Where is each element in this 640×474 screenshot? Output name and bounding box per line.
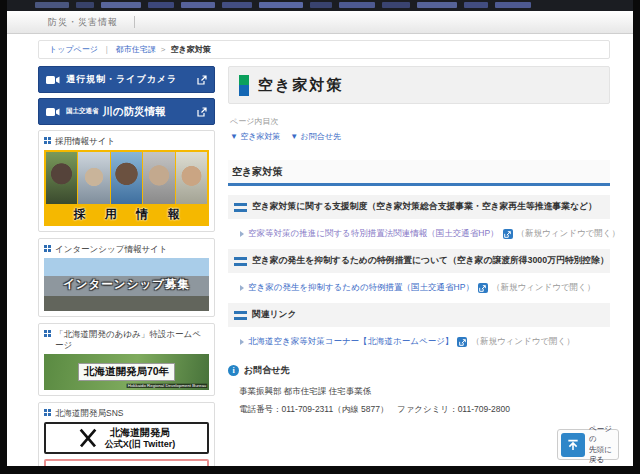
nav-fragment [259,2,303,8]
internship-banner-image[interactable]: インターンシップ募集 [44,258,209,311]
double-bar-icon [234,257,247,266]
subheading-deterrence-measures: 空き家の発生を抑制するための特例措置について（空き家の譲渡所得3000万円特別控… [228,249,610,273]
internship-banner-text: インターンシップ募集 [63,277,190,292]
breadcrumb: トップページ ｜ 都市住宅課 > 空き家対策 [38,40,610,59]
sidebar-button-prefix: 国土交通省 [66,107,99,116]
subheading-support-programs: 空き家対策に関する支援制度（空き家対策総合支援事業・空き家再生等推進事業など） [228,195,610,219]
nav-fragment [76,2,94,8]
nav-fragment [101,2,141,8]
sidebar-sns-title[interactable]: 北海道開発局SNS [44,408,209,419]
external-link-special-measures-law[interactable]: 空家等対策の推進に関する特別措置法関連情報（国土交通省HP） [248,228,499,240]
breadcrumb-separator: ｜ [103,44,111,55]
back-to-top-label: ページの 先頭に戻る [589,424,615,465]
recruit-banner-text: 採 用 情 報 [46,204,207,224]
sidebar-ayumi-title[interactable]: 「北海道開発のあゆみ」特設ホームページ [44,329,209,351]
external-link-hokkaido-corner[interactable]: 北海道空き家等対策コーナー【北海道ホームページ】 [248,336,453,348]
sidebar-internship-title[interactable]: インターンシップ情報サイト [44,244,209,255]
link-row-hokkaido-corner: 北海道空き家等対策コーナー【北海道ホームページ】 （新規ウィンドウで開く） [240,336,610,348]
sidebar-internship-title-label: インターンシップ情報サイト [55,244,168,255]
double-bar-icon [234,311,247,320]
recruit-photo [46,152,77,204]
grid-bullet-icon [44,409,51,416]
grid-bullet-icon [44,245,51,252]
sidebar-recruit-title[interactable]: 採用情報サイト [44,136,209,147]
subheading-label: 関連リンク [252,309,297,321]
section-header-akiya: 空き家対策 [228,160,610,186]
ayumi-banner-text: 北海道開発局70年 [78,363,175,381]
toc-link-akiya[interactable]: ▼ 空き家対策 [230,131,280,142]
external-link-deterrence-measures[interactable]: 空き家の発生を抑制するための特例措置（国土交通省HP） [248,282,474,294]
cropped-red-banner[interactable] [44,459,209,466]
toc-link-contact[interactable]: ▼ お問合せ先 [290,131,341,142]
external-link-icon [197,107,207,117]
sidebar-box-ayumi: 「北海道開発のあゆみ」特設ホームページ 北海道開発局70年 Hokkaido R… [38,323,215,396]
sidebar-button-river-disaster-info[interactable]: 国土交通省 川の防災情報 [38,98,215,125]
recruit-photo [78,152,109,204]
nav-fragment [181,2,215,8]
contact-heading: i お問合せ先 [228,364,610,377]
nav-fragment [148,2,174,8]
utility-bar-label[interactable]: 防災・災害情報 [48,16,118,29]
toc-label: ページ内目次 [230,116,610,127]
breadcrumb-current: 空き家対策 [170,44,210,55]
right-triangle-icon [240,285,244,291]
external-link-icon [478,283,488,293]
recruit-photo [111,152,142,204]
ayumi-banner-image[interactable]: 北海道開発局70年 Hokkaido Regional Development … [44,354,209,390]
nav-fragment [222,2,252,8]
contact-phone-fax: 電話番号：011-709-2311（内線 5877） ファクシミリ：011-70… [239,404,610,416]
new-window-note: （新規ウィンドウで開く） [492,282,595,294]
main-content: 空き家対策 ページ内目次 ▼ 空き家対策 ▼ お問合せ先 空き家対策 空き家対策… [228,66,610,416]
recruit-banner-image[interactable]: 採 用 情 報 [44,150,209,226]
x-banner-text: 北海道開発局 公式X(旧 Twitter) [105,427,175,449]
page-title: 空き家対策 [258,76,343,95]
link-row-deterrence-measures: 空き家の発生を抑制するための特例措置（国土交通省HP） （新規ウィンドウで開く） [240,282,610,294]
page-title-box: 空き家対策 [228,66,610,104]
utility-bar: 防災・災害情報 [7,11,633,34]
breadcrumb-parent-link[interactable]: 都市住宅課 [116,44,156,55]
sidebar-ayumi-title-label: 「北海道開発のあゆみ」特設ホームページ [55,329,209,351]
x-official-banner[interactable]: 北海道開発局 公式X(旧 Twitter) [44,422,209,454]
sidebar-button-traffic-livecamera[interactable]: 通行規制・ライブカメラ [38,66,215,93]
contact-department: 事業振興部 都市住宅課 住宅事業係 [239,386,610,398]
nav-fragment [310,2,332,8]
video-camera-icon [46,75,60,85]
nav-fragment [35,2,69,8]
video-camera-icon [46,107,60,117]
down-triangle-icon: ▼ [290,132,298,141]
x-banner-line1: 北海道開発局 [105,427,175,439]
nav-fragment [495,2,531,8]
sidebar-sns-title-label: 北海道開発局SNS [55,408,123,419]
right-triangle-icon [240,339,244,345]
breadcrumb-home-link[interactable]: トップページ [49,44,98,55]
subheading-related-links: 関連リンク [228,303,610,327]
recruit-photo [143,152,174,204]
sidebar-box-internship: インターンシップ情報サイト インターンシップ募集 [38,238,215,317]
back-to-top-line2: 先頭に戻る [589,445,615,465]
nav-fragment [339,2,375,8]
x-logo-icon [78,428,98,448]
external-link-icon [457,337,467,347]
new-window-note: （新規ウィンドウで開く） [471,336,574,348]
nav-fragment [382,2,410,8]
back-to-top-button[interactable]: ページの 先頭に戻る [557,429,619,460]
back-to-top-arrow-icon [561,433,585,457]
sidebar: 通行規制・ライブカメラ 国土交通省 川の防災情報 採用情報サイト [38,66,215,466]
grid-bullet-icon [44,137,51,144]
right-triangle-icon [240,231,244,237]
recruit-photo [176,152,207,204]
breadcrumb-separator: > [161,45,166,54]
nav-fragment [464,2,488,8]
title-accent-icon [239,75,249,96]
link-row-special-measures-law: 空家等対策の推進に関する特別措置法関連情報（国土交通省HP） （新規ウィンドウで… [240,228,610,240]
down-triangle-icon: ▼ [230,132,238,141]
subheading-label: 空き家対策に関する支援制度（空き家対策総合支援事業・空き家再生等推進事業など） [252,201,597,213]
new-window-note: （新規ウィンドウで開く） [517,228,620,240]
utility-bar-divider [134,16,135,28]
sidebar-box-recruit: 採用情報サイト 採 用 情 報 [38,130,215,232]
sidebar-box-sns: 北海道開発局SNS 北海道開発局 公式X(旧 Twitter) [38,402,215,466]
toc-link-label: 空き家対策 [240,132,280,141]
sidebar-button-label: 川の防災情報 [103,105,166,119]
subheading-label: 空き家の発生を抑制するための特例措置について（空き家の譲渡所得3000万円特別控… [252,255,609,267]
double-bar-icon [234,203,247,212]
